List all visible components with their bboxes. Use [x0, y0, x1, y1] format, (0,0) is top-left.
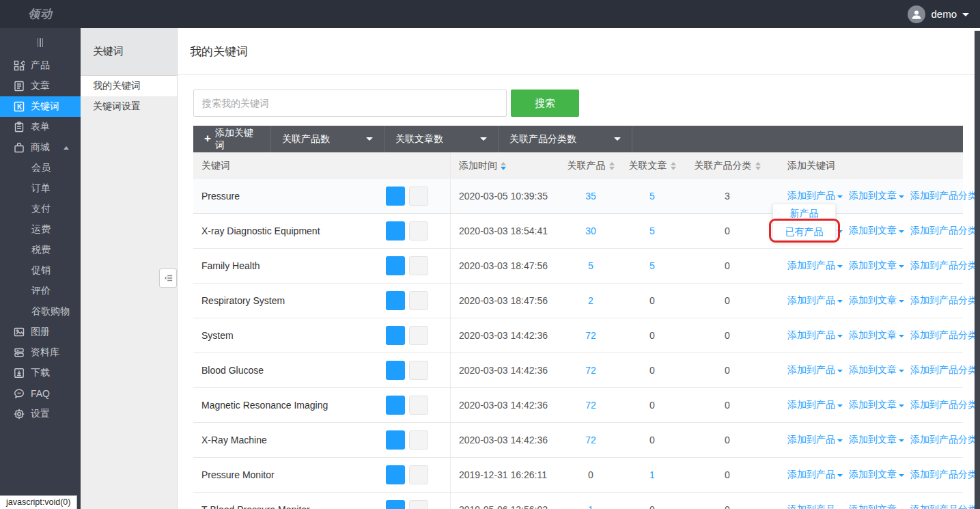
- delete-button[interactable]: [409, 291, 428, 310]
- add-to-category-link[interactable]: 添加到产品分类: [910, 504, 975, 509]
- add-to-product-link[interactable]: 添加到产品: [787, 260, 843, 272]
- sidebar-item-下载[interactable]: 下载: [0, 363, 81, 383]
- add-to-article-link[interactable]: 添加到文章: [849, 190, 904, 202]
- sort-icon[interactable]: [755, 162, 761, 170]
- related-articles-count[interactable]: 1: [649, 469, 655, 480]
- sidebar-subitem-促销[interactable]: 促销: [0, 260, 81, 281]
- delete-button[interactable]: [409, 396, 428, 415]
- dropdown-item-新产品[interactable]: 新产品: [773, 204, 835, 223]
- sidebar-item-商城[interactable]: 商城: [0, 137, 81, 158]
- add-to-category-link[interactable]: 添加到产品分类: [910, 399, 975, 411]
- related-articles-count[interactable]: 5: [649, 260, 655, 271]
- sidebar-item-图册[interactable]: 图册: [0, 322, 81, 342]
- edit-button[interactable]: [386, 291, 405, 310]
- sidebar-item-FAQ[interactable]: FAQ: [0, 383, 81, 404]
- edit-button[interactable]: [386, 465, 405, 484]
- sidebar-subitem-会员[interactable]: 会员: [0, 158, 81, 178]
- related-articles-count[interactable]: 5: [649, 191, 655, 202]
- add-to-category-link[interactable]: 添加到产品分类: [910, 364, 975, 376]
- add-to-product-link[interactable]: 添加到产品: [787, 294, 843, 307]
- add-to-product-link[interactable]: 添加到产品: [787, 504, 843, 509]
- delete-button[interactable]: [409, 500, 428, 509]
- dropdown-item-已有产品[interactable]: 已有产品: [773, 223, 835, 241]
- related-products-count[interactable]: 2: [588, 295, 593, 306]
- related-products-count[interactable]: 72: [585, 435, 596, 445]
- delete-button[interactable]: [409, 465, 428, 484]
- edit-button[interactable]: [386, 221, 405, 240]
- add-to-article-link[interactable]: 添加到文章: [849, 329, 904, 342]
- panel-item-我的关键词[interactable]: 我的关键词: [81, 76, 177, 96]
- related-articles-count[interactable]: 5: [649, 225, 655, 236]
- add-to-article-link[interactable]: 添加到文章: [849, 260, 904, 272]
- delete-button[interactable]: [409, 256, 428, 275]
- edit-button[interactable]: [386, 256, 405, 275]
- column-header-关联产品分类[interactable]: 关联产品分类: [686, 152, 768, 179]
- sidebar-item-设置[interactable]: 设置: [0, 404, 81, 424]
- sidebar-item-文章[interactable]: 文章: [0, 76, 81, 96]
- sort-icon[interactable]: [671, 162, 676, 170]
- delete-button[interactable]: [409, 221, 428, 240]
- delete-button[interactable]: [409, 361, 428, 380]
- column-header-关联文章[interactable]: 关联文章: [618, 152, 686, 179]
- related-products-count[interactable]: 5: [588, 260, 593, 271]
- sidebar-subitem-订单[interactable]: 订单: [0, 178, 81, 199]
- add-to-article-link[interactable]: 添加到文章: [849, 434, 904, 446]
- add-to-category-link[interactable]: 添加到产品分类: [910, 469, 975, 481]
- related-products-count[interactable]: 30: [585, 225, 596, 236]
- sidebar-subitem-运费[interactable]: 运费: [0, 219, 81, 240]
- add-to-product-link[interactable]: 添加到产品: [787, 434, 843, 446]
- add-to-product-link[interactable]: 添加到产品: [787, 329, 843, 342]
- sort-icon[interactable]: [609, 162, 615, 170]
- add-to-product-link[interactable]: 添加到产品: [787, 469, 843, 481]
- sidebar-item-关键词[interactable]: K关键词: [0, 96, 81, 117]
- edit-button[interactable]: [386, 361, 405, 380]
- add-to-article-link[interactable]: 添加到文章: [849, 294, 904, 307]
- sidebar-item-资料库[interactable]: 资料库: [0, 342, 81, 363]
- sidebar-item-产品[interactable]: 产品: [0, 55, 81, 76]
- add-to-product-link[interactable]: 添加到产品: [787, 190, 843, 202]
- add-to-category-link[interactable]: 添加到产品分类: [910, 434, 975, 446]
- search-button[interactable]: 搜索: [511, 90, 579, 117]
- add-to-product-link[interactable]: 添加到产品: [787, 364, 843, 376]
- add-to-article-link[interactable]: 添加到文章: [849, 364, 904, 376]
- search-input[interactable]: [193, 90, 507, 117]
- column-header-添加时间[interactable]: 添加时间: [451, 152, 563, 179]
- delete-button[interactable]: [409, 187, 428, 206]
- filter-dropdown-关联产品数[interactable]: 关联产品数: [271, 126, 384, 152]
- sidebar-subitem-税费[interactable]: 税费: [0, 240, 81, 260]
- add-to-category-link[interactable]: 添加到产品分类: [910, 190, 975, 202]
- filter-dropdown-关联文章数[interactable]: 关联文章数: [384, 126, 499, 152]
- sidebar-collapse-handle[interactable]: [0, 32, 81, 53]
- related-products-count[interactable]: 1: [588, 504, 593, 509]
- edit-button[interactable]: [386, 326, 405, 345]
- related-products-count[interactable]: 72: [585, 400, 596, 411]
- app-logo[interactable]: 领动: [0, 6, 81, 22]
- sidebar-subitem-支付[interactable]: 支付: [0, 199, 81, 219]
- add-keyword-button[interactable]: + 添加关键词: [193, 126, 271, 152]
- add-to-article-link[interactable]: 添加到文章: [849, 504, 904, 509]
- edit-button[interactable]: [386, 430, 405, 450]
- add-to-product-link[interactable]: 添加到产品: [787, 399, 843, 411]
- add-to-category-link[interactable]: 添加到产品分类: [910, 225, 975, 237]
- add-to-category-link[interactable]: 添加到产品分类: [910, 329, 975, 342]
- edit-button[interactable]: [386, 396, 405, 415]
- add-to-article-link[interactable]: 添加到文章: [849, 399, 904, 411]
- delete-button[interactable]: [409, 326, 428, 345]
- add-to-article-link[interactable]: 添加到文章: [849, 469, 904, 481]
- sidebar-item-表单[interactable]: 表单: [0, 117, 81, 137]
- column-header-关联产品[interactable]: 关联产品: [563, 152, 618, 179]
- add-to-category-link[interactable]: 添加到产品分类: [910, 294, 975, 307]
- panel-item-关键词设置[interactable]: 关键词设置: [81, 96, 177, 117]
- add-to-article-link[interactable]: 添加到文章: [849, 225, 904, 237]
- sidebar-subitem-评价[interactable]: 评价: [0, 281, 81, 301]
- delete-button[interactable]: [409, 430, 428, 450]
- related-products-count[interactable]: 72: [585, 330, 596, 341]
- related-products-count[interactable]: 72: [585, 365, 596, 376]
- panel-collapse-button[interactable]: [159, 269, 177, 288]
- sidebar-subitem-谷歌购物[interactable]: 谷歌购物: [0, 301, 81, 322]
- filter-dropdown-关联产品分类数[interactable]: 关联产品分类数: [499, 126, 632, 152]
- edit-button[interactable]: [386, 500, 405, 509]
- page-scrollbar[interactable]: [975, 31, 980, 509]
- add-to-category-link[interactable]: 添加到产品分类: [910, 260, 975, 272]
- related-products-count[interactable]: 35: [585, 191, 596, 202]
